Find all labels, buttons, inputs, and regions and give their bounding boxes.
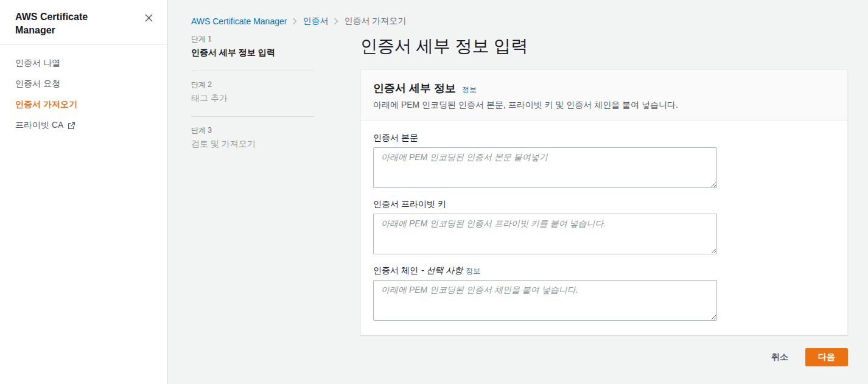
- step-title: 인증서 세부 정보 입력: [191, 47, 314, 58]
- certificate-body-field: 인증서 본문: [373, 133, 835, 188]
- main-content: AWS Certificate Manager 인증서 인증서 가져오기 단계 …: [168, 0, 868, 384]
- card-title: 인증서 세부 정보: [373, 81, 456, 96]
- step-number-label: 단계 3: [191, 125, 314, 136]
- sidebar-item-label: 인증서 가져오기: [15, 99, 77, 110]
- sidebar-item-list-certificates[interactable]: 인증서 나열: [15, 58, 152, 69]
- certificate-private-key-label: 인증서 프라이빗 키: [373, 199, 446, 210]
- certificate-body-textarea[interactable]: [373, 147, 717, 188]
- certificate-private-key-textarea[interactable]: [373, 214, 717, 254]
- acm-console-window: AWS Certificate Manager 인증서 나열 인증서 요청 인증…: [0, 0, 868, 384]
- breadcrumb: AWS Certificate Manager 인증서 인증서 가져오기: [191, 16, 849, 26]
- wizard-step-2: 단계 2 태그 추가: [191, 71, 314, 117]
- card-info-link[interactable]: 정보: [462, 85, 477, 95]
- service-sidebar: AWS Certificate Manager 인증서 나열 인증서 요청 인증…: [0, 0, 168, 384]
- step-number-label: 단계 1: [191, 34, 314, 44]
- card-description: 아래에 PEM 인코딩된 인증서 본문, 프라이빗 키 및 인증서 체인을 붙여…: [373, 100, 835, 111]
- certificate-chain-info-link[interactable]: 정보: [466, 266, 480, 276]
- optional-label: - 선택 사항: [421, 265, 463, 276]
- certificate-chain-label: 인증서 체인: [373, 265, 418, 276]
- chevron-right-icon: [292, 18, 297, 25]
- close-icon: [144, 15, 153, 24]
- sidebar-header: AWS Certificate Manager: [0, 0, 167, 45]
- form-column: 인증서 세부 정보 입력 인증서 세부 정보 정보 아래에 PEM 인코딩된 인…: [360, 34, 848, 383]
- certificate-chain-field: 인증서 체인 - 선택 사항 정보: [373, 265, 835, 321]
- sidebar-nav: 인증서 나열 인증서 요청 인증서 가져오기 프라이빗 CA: [0, 45, 167, 144]
- page-title: 인증서 세부 정보 입력: [360, 35, 848, 57]
- step-number-label: 단계 2: [191, 80, 314, 90]
- wizard-step-3: 단계 3 검토 및 가져오기: [191, 117, 314, 162]
- wizard-step-1: 단계 1 인증서 세부 정보 입력: [191, 34, 314, 71]
- sidebar-item-import-certificate[interactable]: 인증서 가져오기: [15, 99, 152, 110]
- certificate-details-card: 인증서 세부 정보 정보 아래에 PEM 인코딩된 인증서 본문, 프라이빗 키…: [360, 69, 848, 335]
- sidebar-item-private-ca[interactable]: 프라이빗 CA: [15, 120, 152, 131]
- wizard-footer-actions: 취소 다음: [360, 348, 848, 383]
- sidebar-item-label: 프라이빗 CA: [15, 120, 63, 131]
- breadcrumb-certificates-link[interactable]: 인증서: [303, 16, 328, 27]
- next-button[interactable]: 다음: [805, 348, 848, 366]
- sidebar-close-button[interactable]: [142, 12, 155, 24]
- chevron-right-icon: [334, 18, 338, 25]
- sidebar-service-title[interactable]: AWS Certificate Manager: [15, 10, 113, 37]
- sidebar-item-label: 인증서 요청: [15, 79, 60, 89]
- card-header: 인증서 세부 정보 정보 아래에 PEM 인코딩된 인증서 본문, 프라이빗 키…: [361, 70, 847, 121]
- wizard-steps-nav: 단계 1 인증서 세부 정보 입력 단계 2 태그 추가 단계 3 검토 및 가…: [191, 34, 314, 383]
- certificate-private-key-field: 인증서 프라이빗 키: [373, 199, 835, 254]
- sidebar-item-request-certificate[interactable]: 인증서 요청: [15, 79, 152, 89]
- breadcrumb-current: 인증서 가져오기: [344, 16, 406, 27]
- step-title: 검토 및 가져오기: [191, 139, 314, 150]
- step-title: 태그 추가: [191, 93, 314, 104]
- sidebar-item-label: 인증서 나열: [15, 58, 60, 69]
- external-link-icon: [68, 122, 75, 130]
- cancel-button[interactable]: 취소: [770, 349, 789, 366]
- certificate-chain-textarea[interactable]: [373, 280, 717, 321]
- card-body: 인증서 본문 인증서 프라이빗 키 인증서 체인: [361, 121, 847, 335]
- content-row: 단계 1 인증서 세부 정보 입력 단계 2 태그 추가 단계 3 검토 및 가…: [191, 34, 849, 383]
- breadcrumb-acm-link[interactable]: AWS Certificate Manager: [191, 16, 287, 26]
- certificate-body-label: 인증서 본문: [373, 133, 418, 144]
